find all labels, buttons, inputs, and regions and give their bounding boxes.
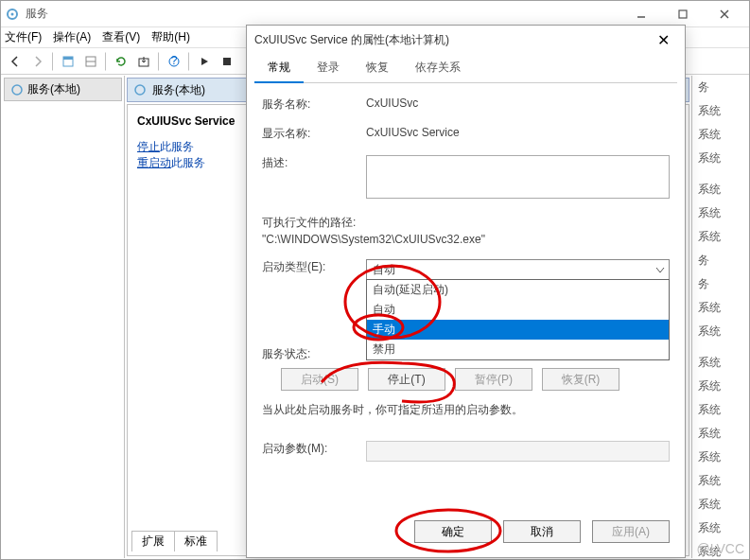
list-item[interactable]: [692, 343, 748, 351]
export-icon[interactable]: [133, 51, 154, 72]
close-button[interactable]: [704, 2, 745, 26]
gear-icon: [133, 83, 147, 96]
tree-node-services[interactable]: 服务(本地): [4, 78, 122, 101]
tree-node-label: 服务(本地): [27, 81, 80, 97]
gear-icon: [10, 83, 24, 96]
description-label: 描述:: [262, 155, 366, 171]
tab-dependencies[interactable]: 依存关系: [402, 54, 474, 82]
minimize-button[interactable]: [620, 2, 662, 26]
chevron-down-icon: [655, 265, 665, 278]
dialog-close-button[interactable]: ✕: [649, 26, 677, 54]
tab-extended[interactable]: 扩展: [131, 531, 175, 551]
dialog-tabs: 常规 登录 恢复 依存关系: [254, 54, 677, 83]
list-item[interactable]: 系统: [692, 493, 748, 516]
tree-pane: 服务(本地): [2, 76, 125, 558]
mid-tabs: 扩展 标准: [131, 531, 218, 551]
svg-text:?: ?: [171, 55, 178, 67]
gear-icon: [5, 7, 20, 22]
exe-path-value: "C:\WINDOWS\System32\CxUIUSvc32.exe": [262, 233, 670, 246]
play-icon[interactable]: [194, 51, 215, 72]
svg-point-18: [135, 85, 145, 95]
dialog-titlebar: CxUIUSvc Service 的属性(本地计算机) ✕: [247, 26, 685, 54]
toolbar-separator: [188, 52, 190, 71]
dialog-footer: 确定 取消 应用(A): [247, 512, 685, 557]
list-item[interactable]: 务: [692, 272, 748, 296]
list-item[interactable]: 系统: [692, 351, 748, 375]
exe-path-label: 可执行文件的路径:: [262, 215, 670, 231]
maximize-button[interactable]: [662, 2, 704, 26]
combo-option-manual[interactable]: 手动: [367, 320, 669, 340]
list-item[interactable]: 系统: [692, 320, 748, 343]
right-pane: 务系统系统系统系统系统系统务务系统系统系统系统系统系统系统系统系统系统系统: [691, 76, 748, 558]
list-item[interactable]: 系统: [692, 469, 748, 493]
toolbar-separator: [158, 52, 160, 71]
dialog-body: 服务名称: CxUIUSvc 显示名称: CxUIUSvc Service 描述…: [247, 83, 685, 512]
display-name-label: 显示名称:: [262, 126, 366, 142]
toolbar-separator: [52, 52, 54, 71]
watermark: @LVCC: [696, 541, 744, 556]
list-item[interactable]: 系统: [692, 178, 748, 201]
restart-link[interactable]: 重启动: [137, 156, 171, 169]
start-button: 启动(S): [281, 368, 358, 391]
list-item[interactable]: 系统: [692, 123, 748, 147]
list-item[interactable]: 系统: [692, 375, 748, 398]
toolbar-separator: [105, 52, 107, 71]
toolbar-icon-2[interactable]: [80, 51, 101, 72]
tab-logon[interactable]: 登录: [304, 54, 353, 82]
list-item[interactable]: 系统: [692, 516, 748, 540]
combo-option-disabled[interactable]: 禁用: [367, 340, 669, 359]
list-item[interactable]: [692, 170, 748, 178]
startup-note: 当从此处启动服务时，你可指定所适用的启动参数。: [262, 402, 670, 418]
list-item[interactable]: 系统: [692, 201, 748, 225]
combo-option-auto[interactable]: 自动: [367, 300, 669, 320]
refresh-icon[interactable]: [111, 51, 131, 72]
list-item[interactable]: 务: [692, 249, 748, 272]
tab-standard[interactable]: 标准: [174, 531, 218, 551]
svg-rect-3: [679, 10, 687, 18]
list-item[interactable]: 系统: [692, 296, 748, 320]
list-item[interactable]: 系统: [692, 225, 748, 249]
menu-file[interactable]: 文件(F): [5, 29, 42, 45]
tab-recovery[interactable]: 恢复: [353, 54, 402, 82]
svg-rect-13: [223, 58, 231, 65]
toolbar-icon-1[interactable]: [58, 51, 78, 72]
startup-type-combo[interactable]: 自动: [366, 259, 670, 280]
service-status-label: 服务状态:: [262, 346, 366, 362]
display-name-value: CxUIUSvc Service: [366, 126, 670, 139]
menu-action[interactable]: 操作(A): [53, 29, 91, 45]
forward-button[interactable]: [27, 51, 48, 72]
startup-type-dropdown: 自动(延迟启动) 自动 手动 禁用: [366, 279, 670, 360]
list-item[interactable]: 务: [692, 76, 748, 99]
properties-dialog: CxUIUSvc Service 的属性(本地计算机) ✕ 常规 登录 恢复 依…: [246, 25, 686, 558]
dialog-title: CxUIUSvc Service 的属性(本地计算机): [254, 32, 649, 48]
list-item[interactable]: 系统: [692, 99, 748, 123]
description-textarea[interactable]: [366, 155, 670, 199]
tab-general[interactable]: 常规: [254, 54, 304, 83]
stop-button[interactable]: 停止(T): [368, 368, 445, 391]
right-list: 务系统系统系统系统系统系统务务系统系统系统系统系统系统系统系统系统系统系统: [692, 76, 748, 560]
stop-icon[interactable]: [217, 51, 237, 72]
cancel-button[interactable]: 取消: [503, 520, 581, 543]
startup-type-label: 启动类型(E):: [262, 259, 366, 275]
list-item[interactable]: 系统: [692, 446, 748, 469]
restart-suffix: 此服务: [171, 156, 205, 169]
combo-option-delayed[interactable]: 自动(延迟启动): [367, 280, 669, 300]
apply-button: 应用(A): [592, 520, 670, 543]
list-item[interactable]: 系统: [692, 398, 748, 422]
service-control-row: 启动(S) 停止(T) 暂停(P) 恢复(R): [281, 368, 670, 391]
ok-button[interactable]: 确定: [414, 520, 492, 543]
list-item[interactable]: 系统: [692, 147, 748, 170]
back-button[interactable]: [5, 51, 26, 72]
menu-help[interactable]: 帮助(H): [151, 29, 190, 45]
svg-point-17: [12, 85, 22, 95]
service-name-label: 服务名称:: [262, 96, 366, 113]
menu-view[interactable]: 查看(V): [102, 29, 140, 45]
stop-link[interactable]: 停止: [137, 140, 160, 153]
startup-type-value: 自动: [373, 262, 395, 278]
list-item[interactable]: 系统: [692, 422, 748, 446]
main-titlebar: 服务: [1, 1, 749, 27]
pause-button: 暂停(P): [455, 368, 532, 391]
stop-suffix: 此服务: [160, 140, 194, 153]
main-title: 服务: [26, 6, 620, 22]
help-icon[interactable]: ?: [164, 51, 184, 72]
